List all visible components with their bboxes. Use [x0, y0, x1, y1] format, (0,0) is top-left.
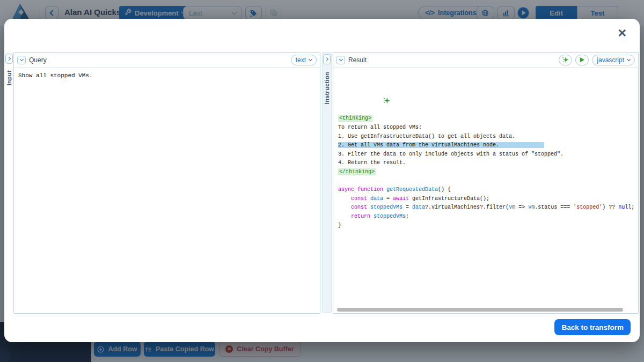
code-lines: <thinking>To return all stopped VMs:1. U…: [338, 114, 634, 230]
sparkle-icon: [383, 97, 390, 104]
generate-code-button[interactable]: [559, 55, 572, 65]
transform-details-modal: ✕ Input Query text Show: [4, 19, 640, 342]
back-to-transform-button[interactable]: Back to transform: [554, 319, 631, 335]
close-icon[interactable]: ✕: [617, 27, 627, 39]
instruction-rail: Instruction: [322, 52, 332, 313]
chevron-down-icon: [309, 57, 312, 61]
result-collapse-toggle[interactable]: [336, 56, 345, 64]
instruction-rail-label: Instruction: [324, 72, 330, 104]
play-icon: [579, 57, 585, 63]
result-panel-header: Result javascript: [333, 53, 638, 68]
scrollbar-thumb[interactable]: [337, 308, 623, 312]
result-panel: Result javascript: [333, 52, 639, 314]
query-format-select[interactable]: text: [291, 55, 317, 65]
result-editor[interactable]: <thinking>To return all stopped VMs:1. U…: [333, 68, 638, 313]
horizontal-scrollbar[interactable]: [337, 308, 632, 312]
query-editor[interactable]: Show all stopped VMs.: [14, 68, 320, 313]
result-language-select[interactable]: javascript: [592, 55, 635, 65]
input-rail: Input: [5, 52, 13, 314]
run-code-button[interactable]: [575, 55, 589, 65]
app-window: Alan AI Quickstart Development Last </> …: [0, 0, 644, 362]
result-code: <thinking>To return all stopped VMs:1. U…: [333, 68, 638, 248]
query-panel-title: Query: [29, 56, 47, 64]
query-collapse-toggle[interactable]: [17, 56, 26, 64]
query-content: Show all stopped VMs.: [14, 68, 320, 84]
modal-workspace: Input Query text Show all stopped VMs.: [4, 52, 640, 314]
result-panel-title: Result: [348, 56, 367, 64]
input-rail-label: Input: [6, 70, 12, 85]
chevron-down-icon: [627, 57, 631, 61]
sparkle-marker: [338, 88, 634, 96]
instruction-collapse-button[interactable]: [323, 54, 331, 64]
query-panel-header: Query text: [14, 53, 320, 68]
input-collapse-button[interactable]: [5, 54, 13, 64]
sparkle-icon: [562, 56, 569, 63]
query-panel: Query text Show all stopped VMs.: [13, 52, 320, 314]
